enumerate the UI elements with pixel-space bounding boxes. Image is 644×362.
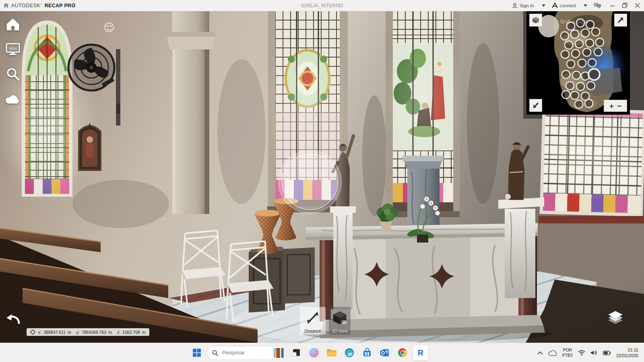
user-icon: [512, 3, 518, 8]
copilot-icon: [309, 348, 319, 358]
recap-logo-icon: R: [4, 2, 8, 8]
project-minimap-panel: find a view: [526, 11, 630, 115]
autodesk-brand: AUTODESK’: [11, 3, 42, 8]
layers-icon: [606, 311, 625, 325]
sign-in-button[interactable]: Sign In: [512, 3, 545, 8]
distance-arrow-icon: [305, 310, 320, 325]
tray-date: 22/01/2025: [616, 353, 638, 358]
crosshair-icon: [30, 329, 35, 335]
chevron-up-icon: [537, 351, 543, 355]
feedback-chat-button[interactable]: [594, 2, 601, 8]
language-code: POR: [562, 348, 573, 353]
minimap-3d-mode-button[interactable]: [529, 14, 542, 27]
recap-taskbar-button[interactable]: R: [413, 345, 429, 361]
search-icon: [6, 67, 20, 81]
cloud-sync-button[interactable]: [5, 91, 21, 107]
taskbar-search[interactable]: [207, 346, 286, 360]
back-button[interactable]: [6, 313, 20, 327]
restore-button[interactable]: [622, 3, 627, 8]
cloud-icon: [5, 94, 21, 104]
start-button[interactable]: [189, 345, 204, 360]
realview-viewport: 5004: [0, 11, 644, 343]
connect-menu[interactable]: connect: [552, 3, 587, 8]
monitor-badge: 5004: [9, 47, 17, 51]
search-highlight-image[interactable]: [274, 348, 284, 358]
microsoft-store-button[interactable]: [359, 345, 375, 360]
chevron-down-icon: [584, 4, 587, 7]
search-icon: [212, 350, 218, 356]
cube-3d-icon: [532, 16, 540, 24]
distance-label: Distance: [305, 329, 321, 333]
coord-z-unit: m: [142, 330, 146, 335]
volume-button[interactable]: [590, 350, 598, 356]
coord-x-value: 389847.611: [43, 330, 66, 335]
autodesk-a-icon: [552, 3, 558, 8]
chrome-icon: [398, 348, 407, 358]
coord-z-value: 1062.708: [122, 330, 140, 335]
back-arrow-icon: [6, 313, 20, 325]
windows-taskbar: R POR PTB2: [0, 343, 644, 362]
zoom-out-button[interactable]: −: [617, 102, 621, 110]
recap-pro-window: IGREJA_INTERNO R AUTODESK’ RECAP PRO Sig…: [0, 0, 644, 362]
system-tray: POR PTB2: [537, 347, 644, 359]
outlook-icon: [380, 348, 390, 358]
coord-y-value: 7864369.763: [82, 330, 106, 335]
home-button[interactable]: [5, 16, 21, 32]
onedrive-button[interactable]: [548, 350, 557, 356]
cube-3d-badge: 3D: [342, 320, 347, 325]
arrow-down-left-icon: [532, 102, 539, 109]
minimap-collapse-button[interactable]: [529, 99, 542, 112]
arrow-up-right-icon: [617, 16, 624, 24]
battery-icon: [603, 351, 611, 355]
coord-y-unit: m: [108, 330, 112, 335]
coord-x-label: x:: [38, 330, 41, 335]
close-button[interactable]: [635, 3, 640, 8]
home-icon: [6, 17, 20, 31]
left-toolbar: 5004: [5, 16, 21, 107]
wifi-icon: [578, 350, 585, 356]
minimize-button[interactable]: [610, 3, 615, 8]
coord-x-unit: m: [68, 330, 71, 335]
tray-overflow-button[interactable]: [537, 351, 543, 355]
coordinates-readout: x: 389847.611 m y: 7864369.763 m z: 1062…: [27, 328, 149, 336]
zoom-in-button[interactable]: +: [609, 102, 614, 110]
tray-time: 21:11: [616, 347, 638, 353]
minimap-zoom-controls: + −: [604, 100, 627, 112]
sign-in-label: Sign In: [520, 3, 534, 8]
outlook-button[interactable]: [377, 345, 392, 360]
connect-label: connect: [560, 3, 576, 8]
search-input[interactable]: [221, 350, 263, 356]
task-view-icon: [292, 348, 301, 357]
file-explorer-button[interactable]: [324, 345, 339, 360]
windows-logo-icon: [192, 348, 201, 357]
keyboard-layout: PTB2: [562, 353, 573, 358]
task-view-button[interactable]: [289, 345, 304, 360]
cloud-icon: [548, 350, 557, 356]
title-bar: IGREJA_INTERNO R AUTODESK’ RECAP PRO Sig…: [0, 0, 644, 11]
search-button[interactable]: [5, 66, 21, 82]
file-explorer-icon: [326, 348, 337, 357]
distance-tool-button[interactable]: Distance: [300, 307, 326, 335]
coord-y-label: y:: [76, 330, 80, 335]
chat-bubbles-icon: [594, 2, 601, 8]
wifi-button[interactable]: [578, 350, 585, 356]
clock[interactable]: 21:11 22/01/2025: [616, 347, 638, 359]
battery-button[interactable]: [603, 351, 611, 355]
store-icon: [362, 348, 372, 358]
3d-view-label: 3D View: [332, 329, 348, 333]
3d-view-button[interactable]: 3D 3D View: [329, 307, 351, 335]
recap-app-icon: R: [418, 348, 423, 358]
screen-view-button[interactable]: 5004: [5, 41, 21, 57]
language-indicator[interactable]: POR PTB2: [562, 348, 573, 358]
minimap-expand-button[interactable]: [614, 14, 627, 27]
chevron-down-icon: [542, 4, 545, 7]
chrome-button[interactable]: [395, 345, 410, 360]
edge-icon: [345, 348, 354, 358]
edge-button[interactable]: [342, 345, 357, 360]
hud-tools: Distance 3D 3D View: [300, 307, 351, 335]
monitor-icon: 5004: [6, 43, 20, 56]
product-name: RECAP PRO: [45, 3, 76, 8]
speaker-icon: [590, 350, 598, 356]
copilot-button[interactable]: [306, 345, 322, 360]
layers-button[interactable]: [606, 311, 625, 327]
